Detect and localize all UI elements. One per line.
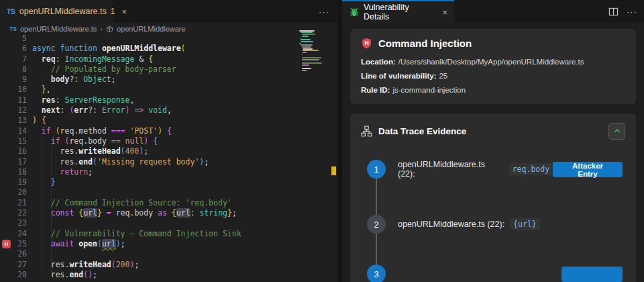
- code-text: res.end();: [32, 270, 97, 280]
- attacker-entry-button[interactable]: Attacker Entry: [553, 162, 623, 177]
- line-number: 6: [0, 44, 27, 54]
- line-number: 7: [0, 54, 27, 64]
- vulnerability-summary-card: H Command Injection Location:/Users/shan…: [350, 29, 636, 104]
- editor-tabbar: TS openURLMiddleware.ts 1 × ···: [0, 0, 337, 23]
- breadcrumb-file[interactable]: openURLMiddleware.ts: [20, 25, 97, 33]
- minimap-line: [302, 70, 307, 71]
- panel-more-actions-icon[interactable]: ···: [627, 7, 637, 17]
- code-text: await open(url);: [32, 239, 125, 249]
- symbol-cube-icon: [106, 26, 113, 33]
- overview-ruler: [331, 23, 337, 282]
- mobb-bug-icon: [349, 7, 360, 17]
- trace-connector-line: [376, 179, 377, 215]
- code-line: 15 if (req.body == null) {: [0, 136, 337, 146]
- vulnerability-title: Command Injection: [378, 38, 472, 49]
- minimap-line: [301, 32, 313, 33]
- chevron-right-icon: ›: [100, 25, 103, 33]
- minimap-line: [299, 43, 301, 44]
- line-number: 8: [0, 64, 27, 75]
- code-line: 22 const {url} = req.body as {url: strin…: [0, 208, 337, 218]
- code-text: ) {: [32, 115, 46, 126]
- trace-step-number: 3: [367, 265, 386, 282]
- code-line: 14 if (req.method === 'POST') {: [0, 126, 337, 136]
- collapse-section-button[interactable]: [608, 123, 625, 140]
- line-number: 12: [0, 105, 27, 115]
- line-number: 26: [0, 249, 27, 259]
- severity-shield-icon: H: [361, 38, 372, 49]
- code-text: async function openURLMiddleware(: [32, 44, 186, 54]
- minimap-line: [301, 39, 311, 40]
- minimap[interactable]: [297, 27, 331, 275]
- trace-step-1: 1openURLMiddleware.ts (22):req.bodyAttac…: [367, 160, 625, 179]
- line-number: 28: [0, 270, 27, 280]
- trace-step-3: 3: [367, 265, 625, 282]
- minimap-line: [301, 38, 302, 39]
- code-text: const {url} = req.body as {url: string};: [32, 208, 237, 218]
- code-line: 26: [0, 249, 337, 259]
- code-line: 18 return;: [0, 167, 337, 177]
- code-area[interactable]: 56async function openURLMiddleware(7 req…: [0, 34, 337, 280]
- code-line: 24 // Vulnerability – Command Injection …: [0, 229, 337, 239]
- location-field: Location:/Users/shanik/Desktop/MyApp/ope…: [361, 58, 625, 66]
- code-line: 17 res.end('Missing request body');: [0, 157, 337, 167]
- code-text: res: ServerResponse,: [32, 95, 134, 105]
- code-line: H25 await open(url);: [0, 239, 337, 249]
- close-tab-icon[interactable]: ×: [121, 7, 127, 17]
- code-text: if (req.method === 'POST') {: [32, 126, 172, 136]
- code-text: next: (err?: Error) => void,: [32, 105, 172, 115]
- minimap-line: [303, 52, 306, 53]
- trace-title: Data Trace Evidence: [378, 126, 602, 136]
- code-text: res.writeHead(400);: [32, 146, 148, 156]
- code-text: res.end('Missing request body');: [32, 157, 209, 167]
- trace-step-number: 2: [367, 215, 386, 234]
- severity-gutter-icon[interactable]: H: [2, 240, 11, 248]
- code-line: 6async function openURLMiddleware(: [0, 44, 337, 54]
- panel-tabbar: Vulnerability Details × ···: [342, 0, 644, 23]
- minimap-line: [303, 50, 319, 51]
- line-number: 22: [0, 208, 27, 218]
- code-line: 21 // Command Injection Source: 'req.bod…: [0, 198, 337, 208]
- line-number: H25: [0, 239, 27, 249]
- close-panel-icon[interactable]: ×: [442, 7, 447, 17]
- minimap-line: [302, 54, 303, 55]
- minimap-line: [301, 41, 314, 42]
- code-text: // Vulnerability – Command Injection Sin…: [32, 229, 241, 239]
- code-line: 20: [0, 187, 337, 197]
- minimap-line: [303, 48, 312, 50]
- line-number: 9: [0, 75, 27, 85]
- editor-group-divider[interactable]: [337, 0, 342, 282]
- trace-step-file[interactable]: openURLMiddleware.ts (22):: [398, 160, 504, 179]
- line-number: 24: [0, 229, 27, 239]
- vulnerability-panel-group: Vulnerability Details × ··· H: [342, 0, 644, 282]
- trace-step-2: 2openURLMiddleware.ts (22):{url}: [367, 215, 625, 234]
- split-editor-icon[interactable]: [608, 7, 619, 17]
- code-text: res.writeHead(200);: [32, 260, 139, 270]
- minimap-line: [302, 34, 315, 35]
- code-text: req: IncomingMessage & {: [32, 54, 153, 64]
- minimap-line: [299, 30, 315, 32]
- code-line: 11 res: ServerResponse,: [0, 95, 337, 105]
- line-number: 16: [0, 146, 27, 156]
- minimap-line: [302, 59, 319, 60]
- code-line: 10 },: [0, 85, 337, 95]
- code-text: // Populated by body-parser: [32, 64, 176, 75]
- code-line: 12 next: (err?: Error) => void,: [0, 105, 337, 115]
- hierarchy-icon: [361, 126, 372, 137]
- tab-openurlmiddleware[interactable]: TS openURLMiddleware.ts 1 ×: [0, 0, 113, 23]
- code-line: 23: [0, 218, 337, 228]
- tab-vulnerability-details[interactable]: Vulnerability Details ×: [342, 0, 454, 23]
- line-number: 15: [0, 136, 27, 146]
- minimap-line: [302, 64, 309, 66]
- breadcrumb-symbol[interactable]: openURLMiddleware: [117, 25, 186, 33]
- panel-actions: ···: [608, 0, 637, 23]
- trace-badge-button[interactable]: [561, 267, 623, 282]
- code-line: 8 // Populated by body-parser: [0, 64, 337, 75]
- trace-step-number: 1: [367, 160, 386, 179]
- code-line: 5: [0, 34, 337, 44]
- trace-step-file[interactable]: openURLMiddleware.ts (22):: [398, 220, 504, 229]
- tab-modified-badge: 1: [111, 7, 115, 16]
- code-line: 27 res.writeHead(200);: [0, 260, 337, 270]
- editor-more-actions-icon[interactable]: ···: [319, 0, 329, 23]
- trace-step-code: req.body: [509, 163, 553, 175]
- line-number: 10: [0, 85, 27, 95]
